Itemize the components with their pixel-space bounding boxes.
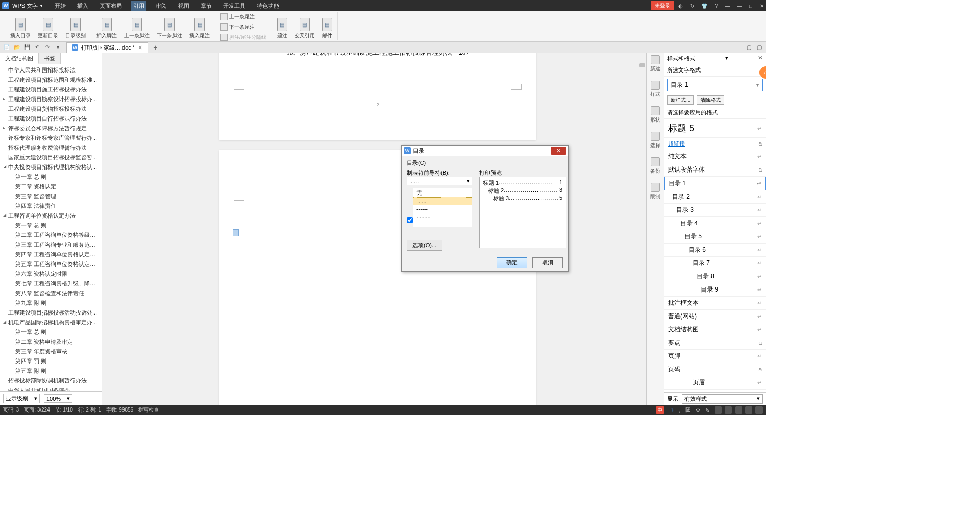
- leader-option[interactable]: ________: [413, 220, 472, 227]
- ribbon-插入目录[interactable]: ▤插入目录: [8, 12, 33, 40]
- hyperlink-checkbox[interactable]: [407, 217, 413, 223]
- outline-item[interactable]: 第四章 法律责任: [2, 201, 100, 211]
- ime-icon[interactable]: ✎: [705, 407, 709, 413]
- menu-插入[interactable]: 插入: [75, 1, 90, 11]
- style-item[interactable]: 默认段落字体a: [664, 163, 766, 177]
- window-control-icon[interactable]: ◐: [678, 3, 683, 9]
- window-control-icon[interactable]: □: [749, 3, 752, 9]
- expand-icon[interactable]: ▸: [3, 96, 5, 101]
- outline-item[interactable]: 第二章 工程咨询单位资格等级标...: [2, 230, 100, 240]
- expand-icon[interactable]: ◢: [3, 213, 6, 218]
- toolbar-icon[interactable]: ▢: [755, 44, 763, 51]
- outline-item[interactable]: 第二章 资格申请及审定: [2, 337, 100, 347]
- ime-badge[interactable]: 中: [656, 406, 664, 414]
- style-item[interactable]: 文档结构图↵: [664, 323, 766, 336]
- outline-item[interactable]: ▸评标委员会和评标方法暂行规定: [2, 124, 100, 133]
- outline-item[interactable]: 招标代理服务收费管理暂行办法: [2, 143, 100, 153]
- ok-button[interactable]: 确定: [497, 257, 527, 268]
- menu-特色功能[interactable]: 特色功能: [255, 1, 281, 11]
- strip-形状[interactable]: 形状: [650, 106, 660, 124]
- ribbon-下一条脚注[interactable]: ▤下一条脚注: [155, 12, 184, 40]
- style-item[interactable]: 批注框文本↵: [664, 297, 766, 310]
- outline-item[interactable]: 第八章 监督检查和法律责任: [2, 288, 100, 298]
- strip-样式[interactable]: 样式: [650, 81, 660, 98]
- outline-item[interactable]: 工程建设项目自行招标试行办法: [2, 114, 100, 124]
- style-item[interactable]: 页眉↵: [664, 376, 766, 390]
- outline-item[interactable]: 第九章 附 则: [2, 298, 100, 308]
- outline-item[interactable]: 第三章 监督管理: [2, 191, 100, 201]
- style-item[interactable]: 目录 2↵: [664, 190, 766, 204]
- ribbon-题注[interactable]: ▤题注: [275, 12, 289, 40]
- toolbar-icon[interactable]: 📂: [13, 44, 20, 51]
- show-combo[interactable]: 有效样式▾: [682, 394, 763, 404]
- leader-option[interactable]: ------: [413, 205, 472, 212]
- outline-item[interactable]: ◢机电产品国际招标机构资格审定办...: [2, 318, 100, 327]
- outline-item[interactable]: 第七章 工程咨询资格升级、降级...: [2, 279, 100, 288]
- strip-新建[interactable]: 新建: [650, 55, 660, 73]
- outline-item[interactable]: 中华人民共和国国务院令: [2, 385, 100, 391]
- ribbon-上一条尾注[interactable]: 上一条尾注: [218, 12, 268, 21]
- status-item[interactable]: 页码: 3: [3, 406, 19, 414]
- status-item[interactable]: 字数: 99856: [106, 406, 133, 414]
- options-button[interactable]: 选项(O)...: [407, 240, 442, 251]
- ribbon-上一条脚注[interactable]: ▤上一条脚注: [122, 12, 152, 40]
- expand-icon[interactable]: ◢: [3, 164, 6, 169]
- leader-combo[interactable]: ...... ▾: [407, 177, 472, 185]
- status-item[interactable]: 节: 1/10: [55, 406, 73, 414]
- style-item[interactable]: 页码a: [664, 363, 766, 376]
- ribbon-邮件[interactable]: ▤邮件: [320, 12, 334, 40]
- expand-icon[interactable]: ◢: [3, 320, 6, 324]
- ime-icon[interactable]: ⚙: [696, 407, 700, 413]
- status-item[interactable]: 拼写检查: [138, 406, 159, 414]
- strip-备份[interactable]: 备份: [650, 157, 660, 175]
- menu-开始[interactable]: 开始: [53, 1, 68, 11]
- outline-item[interactable]: 工程建设项目招标范围和规模标准...: [2, 75, 100, 85]
- zoom-combo[interactable]: 100%▾: [44, 394, 72, 403]
- close-tab-icon[interactable]: ✕: [138, 44, 142, 51]
- status-item[interactable]: 行: 2 列: 1: [78, 406, 101, 414]
- styles-title-dropdown-icon[interactable]: ▾: [725, 55, 728, 62]
- ribbon-插入脚注[interactable]: ▤插入脚注: [94, 12, 119, 40]
- style-item[interactable]: 目录 6↵: [664, 244, 766, 257]
- style-item[interactable]: 目录 1↵: [664, 177, 766, 190]
- bookmark-tab[interactable]: 书签: [39, 53, 61, 64]
- view-mode-icon[interactable]: [755, 406, 763, 414]
- vertical-scrollbar[interactable]: [638, 53, 646, 405]
- ribbon-插入尾注[interactable]: ▤插入尾注: [187, 12, 212, 40]
- login-badge[interactable]: 未登录: [651, 1, 674, 10]
- document-tab[interactable]: W 打印版国家级….doc * ✕: [66, 42, 148, 53]
- outline-item[interactable]: 工程建设项目货物招标投标办法: [2, 104, 100, 114]
- outline-item[interactable]: 第三章 工程咨询专业和服务范围...: [2, 240, 100, 250]
- toolbar-icon[interactable]: ↶: [34, 44, 41, 51]
- outline-item[interactable]: 工程建设项目招标投标活动投诉处...: [2, 308, 100, 318]
- style-item[interactable]: 目录 8↵: [664, 270, 766, 283]
- toolbar-icon[interactable]: 📄: [3, 44, 10, 51]
- outline-item[interactable]: ◢中央投资项目招标代理机构资格认...: [2, 162, 100, 172]
- outline-item[interactable]: 第一章 总 则: [2, 221, 100, 230]
- menu-审阅[interactable]: 审阅: [154, 1, 169, 11]
- toolbar-icon[interactable]: ▢: [745, 44, 752, 51]
- scrollbar-thumb[interactable]: [639, 63, 645, 67]
- menu-视图[interactable]: 视图: [176, 1, 191, 11]
- style-item[interactable]: 超链接a: [664, 138, 766, 150]
- ribbon-下一条尾注[interactable]: 下一条尾注: [218, 22, 268, 32]
- window-control-icon[interactable]: ?: [715, 3, 718, 9]
- cancel-button[interactable]: 取消: [532, 257, 563, 268]
- dialog-title-bar[interactable]: W 目录 ✕: [402, 146, 568, 156]
- style-item[interactable]: 页脚↵: [664, 350, 766, 363]
- outline-item[interactable]: 第五章 附 则: [2, 366, 100, 376]
- outline-item[interactable]: 中华人民共和国招标投标法: [2, 65, 100, 75]
- status-item[interactable]: 页面: 3/224: [24, 406, 50, 414]
- window-control-icon[interactable]: —: [725, 3, 730, 9]
- ribbon-目录级别[interactable]: ▤目录级别: [63, 12, 88, 40]
- new-tab-button[interactable]: +: [153, 43, 157, 52]
- toolbar-icon[interactable]: ▾: [54, 44, 61, 51]
- ribbon-更新目录[interactable]: ▤更新目录: [36, 12, 60, 40]
- outline-item[interactable]: 招标投标部际协调机制暂行办法: [2, 376, 100, 385]
- style-item[interactable]: 普通(网站)↵: [664, 310, 766, 323]
- outline-item[interactable]: 第四章 罚 则: [2, 356, 100, 366]
- view-mode-icon[interactable]: [725, 406, 732, 414]
- menu-开发工具[interactable]: 开发工具: [221, 1, 248, 11]
- style-item[interactable]: 目录 4↵: [664, 217, 766, 230]
- style-item[interactable]: 目录 3↵: [664, 204, 766, 217]
